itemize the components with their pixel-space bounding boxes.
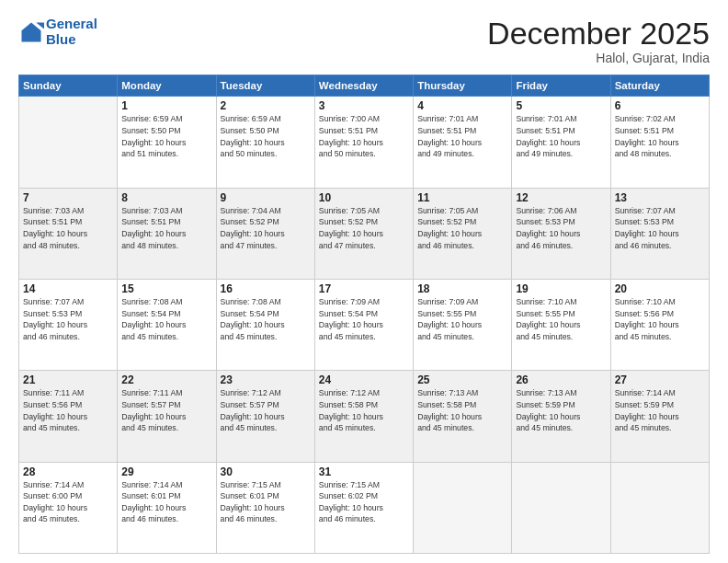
weekday-header: Wednesday [314,75,413,97]
day-number: 16 [221,282,311,295]
logo: General Blue [18,17,97,47]
calendar-cell: 16Sunrise: 7:08 AM Sunset: 5:54 PM Dayli… [216,280,314,371]
calendar-cell: 7Sunrise: 7:03 AM Sunset: 5:51 PM Daylig… [19,188,118,279]
day-number: 25 [417,373,507,386]
cell-info: Sunrise: 7:15 AM Sunset: 6:02 PM Dayligh… [319,479,409,525]
day-number: 24 [319,373,409,386]
calendar-cell: 20Sunrise: 7:10 AM Sunset: 5:56 PM Dayli… [610,280,709,371]
calendar-cell: 29Sunrise: 7:14 AM Sunset: 6:01 PM Dayli… [118,462,216,553]
cell-info: Sunrise: 7:01 AM Sunset: 5:51 PM Dayligh… [417,113,507,159]
day-number: 28 [23,465,113,478]
day-number: 31 [319,465,409,478]
calendar-cell: 31Sunrise: 7:15 AM Sunset: 6:02 PM Dayli… [314,462,413,553]
calendar-cell: 13Sunrise: 7:07 AM Sunset: 5:53 PM Dayli… [610,188,709,279]
calendar-cell: 15Sunrise: 7:08 AM Sunset: 5:54 PM Dayli… [118,280,216,371]
cell-info: Sunrise: 7:09 AM Sunset: 5:54 PM Dayligh… [319,296,409,342]
day-number: 18 [417,282,507,295]
day-number: 10 [319,191,409,204]
cell-info: Sunrise: 7:10 AM Sunset: 5:55 PM Dayligh… [516,296,606,342]
calendar-cell: 4Sunrise: 7:01 AM Sunset: 5:51 PM Daylig… [414,97,512,188]
cell-info: Sunrise: 6:59 AM Sunset: 5:50 PM Dayligh… [221,113,311,159]
cell-info: Sunrise: 7:13 AM Sunset: 5:58 PM Dayligh… [417,387,507,433]
day-number: 29 [121,465,211,478]
calendar-cell: 1Sunrise: 6:59 AM Sunset: 5:50 PM Daylig… [118,97,216,188]
cell-info: Sunrise: 7:13 AM Sunset: 5:59 PM Dayligh… [516,387,606,433]
cell-info: Sunrise: 7:08 AM Sunset: 5:54 PM Dayligh… [221,296,311,342]
weekday-header: Thursday [414,75,512,97]
logo-icon [18,19,44,45]
day-number: 12 [516,191,606,204]
day-number: 8 [121,191,211,204]
logo-text: General Blue [46,17,97,47]
cell-info: Sunrise: 7:14 AM Sunset: 6:01 PM Dayligh… [121,479,211,525]
cell-info: Sunrise: 7:11 AM Sunset: 5:56 PM Dayligh… [23,387,113,433]
calendar-cell: 24Sunrise: 7:12 AM Sunset: 5:58 PM Dayli… [314,371,413,462]
title-block: December 2025 Halol, Gujarat, India [487,17,710,65]
calendar-cell: 17Sunrise: 7:09 AM Sunset: 5:54 PM Dayli… [314,280,413,371]
calendar-cell: 10Sunrise: 7:05 AM Sunset: 5:52 PM Dayli… [314,188,413,279]
day-number: 11 [417,191,507,204]
cell-info: Sunrise: 7:06 AM Sunset: 5:53 PM Dayligh… [516,205,606,251]
cell-info: Sunrise: 6:59 AM Sunset: 5:50 PM Dayligh… [121,113,211,159]
calendar-cell: 28Sunrise: 7:14 AM Sunset: 6:00 PM Dayli… [19,462,118,553]
day-number: 6 [615,99,705,112]
day-number: 3 [319,99,409,112]
calendar-cell: 9Sunrise: 7:04 AM Sunset: 5:52 PM Daylig… [216,188,314,279]
day-number: 22 [121,373,211,386]
day-number: 17 [319,282,409,295]
calendar-cell: 23Sunrise: 7:12 AM Sunset: 5:57 PM Dayli… [216,371,314,462]
day-number: 20 [615,282,705,295]
cell-info: Sunrise: 7:02 AM Sunset: 5:51 PM Dayligh… [615,113,705,159]
cell-info: Sunrise: 7:12 AM Sunset: 5:57 PM Dayligh… [221,387,311,433]
weekday-header: Monday [118,75,216,97]
calendar-cell: 11Sunrise: 7:05 AM Sunset: 5:52 PM Dayli… [414,188,512,279]
day-number: 14 [23,282,113,295]
calendar-cell: 27Sunrise: 7:14 AM Sunset: 5:59 PM Dayli… [610,371,709,462]
day-number: 30 [221,465,311,478]
cell-info: Sunrise: 7:07 AM Sunset: 5:53 PM Dayligh… [23,296,113,342]
calendar-cell: 30Sunrise: 7:15 AM Sunset: 6:01 PM Dayli… [216,462,314,553]
day-number: 13 [615,191,705,204]
weekday-header: Friday [512,75,610,97]
day-number: 5 [516,99,606,112]
cell-info: Sunrise: 7:11 AM Sunset: 5:57 PM Dayligh… [121,387,211,433]
day-number: 21 [23,373,113,386]
cell-info: Sunrise: 7:03 AM Sunset: 5:51 PM Dayligh… [121,205,211,251]
header: General Blue December 2025 Halol, Gujara… [18,17,710,65]
cell-info: Sunrise: 7:07 AM Sunset: 5:53 PM Dayligh… [615,205,705,251]
page: General Blue December 2025 Halol, Gujara… [0,0,728,563]
day-number: 19 [516,282,606,295]
calendar-cell [19,97,118,188]
cell-info: Sunrise: 7:05 AM Sunset: 5:52 PM Dayligh… [417,205,507,251]
cell-info: Sunrise: 7:04 AM Sunset: 5:52 PM Dayligh… [221,205,311,251]
day-number: 26 [516,373,606,386]
day-number: 2 [221,99,311,112]
calendar-cell: 25Sunrise: 7:13 AM Sunset: 5:58 PM Dayli… [414,371,512,462]
weekday-header: Tuesday [216,75,314,97]
cell-info: Sunrise: 7:12 AM Sunset: 5:58 PM Dayligh… [319,387,409,433]
calendar-cell: 19Sunrise: 7:10 AM Sunset: 5:55 PM Dayli… [512,280,610,371]
calendar-cell [414,462,512,553]
svg-marker-0 [22,22,41,41]
day-number: 9 [221,191,311,204]
calendar-cell: 3Sunrise: 7:00 AM Sunset: 5:51 PM Daylig… [314,97,413,188]
cell-info: Sunrise: 7:08 AM Sunset: 5:54 PM Dayligh… [121,296,211,342]
day-number: 7 [23,191,113,204]
month-title: December 2025 [487,17,710,51]
calendar-cell: 2Sunrise: 6:59 AM Sunset: 5:50 PM Daylig… [216,97,314,188]
day-number: 15 [121,282,211,295]
calendar-cell: 12Sunrise: 7:06 AM Sunset: 5:53 PM Dayli… [512,188,610,279]
calendar-cell: 22Sunrise: 7:11 AM Sunset: 5:57 PM Dayli… [118,371,216,462]
calendar-table: SundayMondayTuesdayWednesdayThursdayFrid… [18,75,710,554]
day-number: 27 [615,373,705,386]
calendar-cell: 21Sunrise: 7:11 AM Sunset: 5:56 PM Dayli… [19,371,118,462]
calendar-cell: 6Sunrise: 7:02 AM Sunset: 5:51 PM Daylig… [610,97,709,188]
calendar-cell: 18Sunrise: 7:09 AM Sunset: 5:55 PM Dayli… [414,280,512,371]
calendar-cell [512,462,610,553]
calendar-cell: 26Sunrise: 7:13 AM Sunset: 5:59 PM Dayli… [512,371,610,462]
cell-info: Sunrise: 7:10 AM Sunset: 5:56 PM Dayligh… [615,296,705,342]
cell-info: Sunrise: 7:14 AM Sunset: 5:59 PM Dayligh… [615,387,705,433]
day-number: 1 [121,99,211,112]
logo-line2: Blue [46,32,97,48]
location: Halol, Gujarat, India [487,51,710,65]
